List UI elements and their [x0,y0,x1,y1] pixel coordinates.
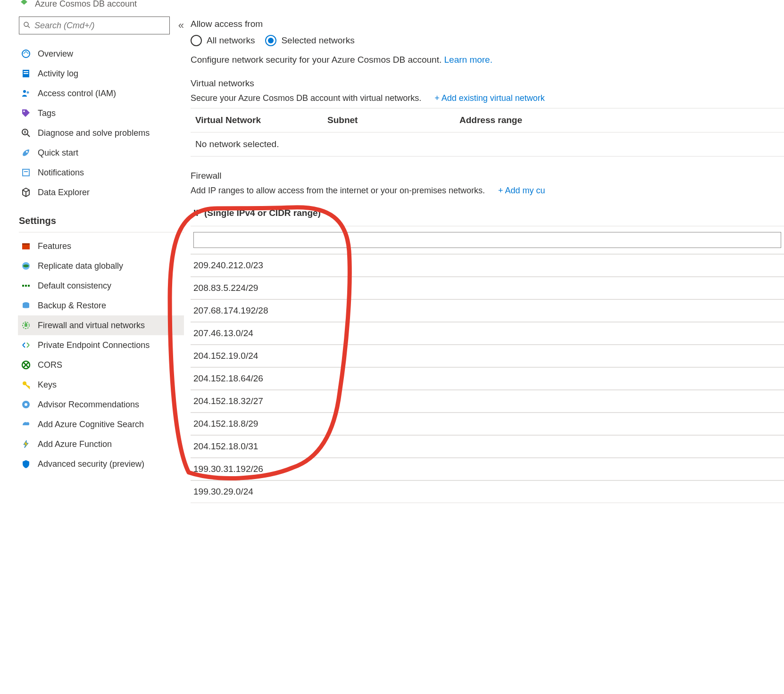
svg-rect-11 [23,169,29,176]
ip-row[interactable]: 204.152.18.64/26 [191,367,784,390]
nav-item-diagnose[interactable]: Diagnose and solve problems [18,123,184,143]
nav-item-label: CORS [38,360,62,370]
radio-icon [265,35,276,46]
nav-item-label: Activity log [38,69,78,79]
nav-item-function[interactable]: Add Azure Function [18,434,184,454]
search-input[interactable] [34,21,166,31]
svg-rect-5 [24,73,28,74]
nav-item-label: Access control (IAM) [38,89,116,99]
ip-row[interactable]: 207.46.13.0/24 [191,322,784,345]
radio-all-label: All networks [207,35,255,46]
vnet-col-subnet: Subnet [327,115,459,125]
nav-item-features[interactable]: Features [18,236,184,256]
cosmos-db-icon [19,0,29,8]
svg-point-24 [25,403,27,406]
svg-rect-16 [22,285,24,287]
ip-row[interactable]: 204.152.18.0/31 [191,435,784,458]
ip-row[interactable]: 204.152.19.0/24 [191,345,784,367]
cognitive-icon [21,419,31,430]
nav-item-cognitive[interactable]: Add Azure Cognitive Search [18,414,184,434]
nav-item-dataexplorer[interactable]: Data Explorer [18,182,184,202]
radio-all-networks[interactable]: All networks [191,35,255,46]
nav-item-label: Backup & Restore [38,301,106,311]
vnet-empty-state: No network selected. [195,139,327,149]
learn-more-link[interactable]: Learn more. [444,55,492,65]
svg-point-0 [24,22,28,26]
nav-item-label: Diagnose and solve problems [38,128,150,138]
ip-row[interactable]: 199.30.31.192/26 [191,458,784,480]
nav-item-activity-log[interactable]: Activity log [18,64,184,83]
main-content: Allow access from All networks Selected … [184,0,784,503]
nav-group-settings: FeaturesReplicate data globallyDefault c… [19,236,184,474]
add-vnet-link[interactable]: + Add existing virtual network [434,93,545,103]
function-icon [21,439,31,449]
access-from-label: Allow access from [191,19,784,29]
ip-col-header: IP (Single IPv4 or CIDR range) [191,200,784,226]
ip-row[interactable]: 209.240.212.0/23 [191,254,784,277]
iam-icon [21,88,31,99]
quickstart-icon [21,148,31,158]
nav-item-label: Advanced security (preview) [38,459,144,469]
nav-item-tags[interactable]: Tags [18,103,184,123]
ip-row[interactable]: 204.152.18.8/29 [191,413,784,435]
diagnose-icon [21,128,31,138]
resource-type-label: Azure Cosmos DB account [35,0,137,9]
nav-item-advisor[interactable]: Advisor Recommendations [18,395,184,414]
nav-item-keys[interactable]: Keys [18,375,184,395]
ip-row[interactable]: 204.152.18.32/27 [191,390,784,413]
advisor-icon [21,399,31,410]
consistency-icon [21,281,31,291]
nav-item-pec[interactable]: Private Endpoint Connections [18,335,184,355]
nav-item-label: Quick start [38,148,78,158]
nav-item-replicate[interactable]: Replicate data globally [18,256,184,276]
replicate-icon [21,261,31,271]
firewall-section-title: Firewall [191,171,784,181]
nav-item-label: Data Explorer [38,188,90,198]
cors-icon [21,360,31,370]
nav-item-label: Tags [38,108,56,118]
tags-icon [21,108,31,118]
vnet-col-network: Virtual Network [195,115,327,125]
overview-icon [21,49,31,59]
nav-item-label: Private Endpoint Connections [38,340,150,350]
nav-item-label: Add Azure Function [38,439,112,449]
nav-item-label: Overview [38,49,73,59]
features-icon [21,241,31,251]
search-icon [23,21,32,30]
security-icon [21,459,31,469]
nav-item-backup[interactable]: Backup & Restore [18,296,184,315]
nav-item-label: Replicate data globally [38,261,123,271]
radio-selected-label: Selected networks [281,35,354,46]
nav-item-iam[interactable]: Access control (IAM) [18,83,184,103]
activity-log-icon [21,68,31,79]
nav-item-firewall[interactable]: Firewall and virtual networks [18,315,184,335]
settings-section-header: Settings [19,202,184,232]
ip-row[interactable]: 199.30.29.0/24 [191,480,784,503]
sidebar: Azure Cosmos DB account « OverviewActivi… [0,0,184,503]
svg-point-7 [27,91,29,94]
vnet-section-title: Virtual networks [191,78,784,89]
ip-row[interactable]: 207.68.174.192/28 [191,299,784,322]
nav-item-label: Default consistency [38,281,111,291]
vnet-table: Virtual Network Subnet Address range No … [191,108,784,157]
add-my-ip-link[interactable]: + Add my cu [498,186,545,196]
config-description: Configure network security for your Azur… [191,55,784,65]
nav-group-general: OverviewActivity logAccess control (IAM)… [19,44,184,202]
nav-item-security[interactable]: Advanced security (preview) [18,454,184,474]
svg-rect-13 [22,245,30,249]
radio-icon [191,35,202,46]
nav-item-overview[interactable]: Overview [18,44,184,64]
firewall-description: Add IP ranges to allow access from the i… [191,186,485,196]
collapse-sidebar-icon[interactable]: « [178,19,184,32]
ip-row[interactable]: 208.83.5.224/29 [191,277,784,299]
nav-item-consistency[interactable]: Default consistency [18,276,184,296]
search-box[interactable] [19,17,170,34]
nav-item-label: Notifications [38,168,84,178]
svg-point-8 [23,110,25,112]
nav-item-cors[interactable]: CORS [18,355,184,375]
radio-selected-networks[interactable]: Selected networks [265,35,354,46]
dataexplorer-icon [21,187,31,198]
nav-item-notifications[interactable]: Notifications [18,163,184,182]
nav-item-quickstart[interactable]: Quick start [18,143,184,163]
ip-input-new[interactable] [193,232,781,248]
